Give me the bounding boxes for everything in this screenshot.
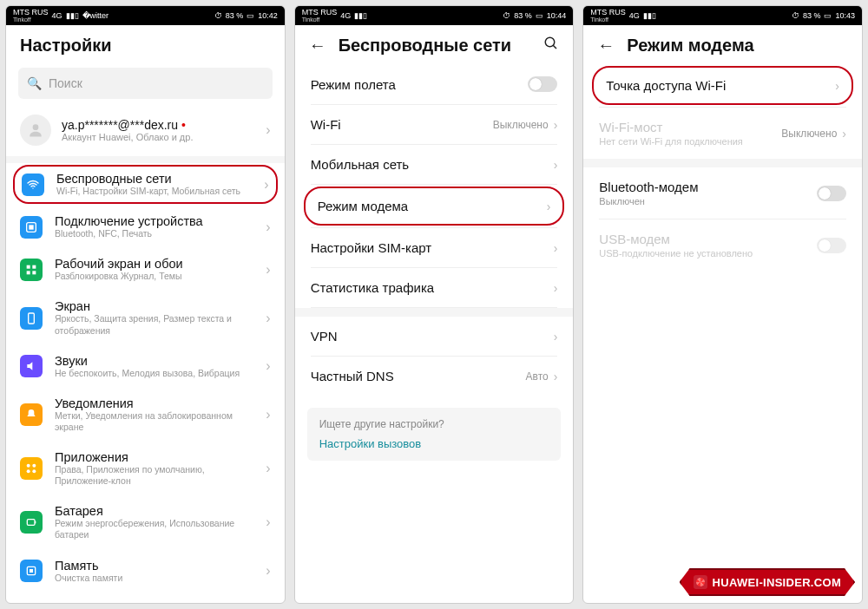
watermark-badge: HUAWEI-INSIDER.COM [680,568,855,596]
wireless-row[interactable]: Wi-FiВыключено› [295,105,574,144]
row-label: Точка доступа Wi-Fi [606,78,726,93]
link-icon [20,216,43,239]
svg-rect-4 [32,265,36,268]
svg-point-0 [33,124,39,130]
tether-row: Wi-Fi-мостНет сети Wi-Fi для подключения… [583,108,862,159]
row-label: Беспроводные сети [56,172,252,186]
wifi-icon [22,174,44,196]
lte-label: 4G [340,11,351,20]
row-sub: Права, Приложения по умолчанию, Приложен… [55,464,253,487]
wireless-row[interactable]: Настройки SIM-карт› [295,228,574,267]
phone-icon [20,307,43,330]
chevron-right-icon: › [266,122,270,138]
wireless-row[interactable]: Статистика трафика› [295,268,574,307]
toggle[interactable] [817,186,846,201]
row-label: VPN [311,329,338,344]
screen-header: Настройки [6,25,285,64]
row-label: Режим полета [311,77,396,92]
clock: 10:42 [258,11,278,20]
toggle[interactable] [528,76,557,92]
page-title: Режим модема [627,36,848,56]
chevron-right-icon: › [266,563,270,579]
clock: 10:43 [835,11,855,20]
row-sub: Яркость, Защита зрения, Размер текста и … [55,313,253,336]
settings-row-grid[interactable]: Рабочий экран и обоиРазблокировка Журнал… [6,248,285,291]
tether-row[interactable]: Точка доступа Wi-Fi› [594,68,852,103]
wifi-icon: �witter [82,11,109,20]
settings-row-link[interactable]: Подключение устройстваBluetooth, NFC, Пе… [6,206,285,248]
chevron-right-icon: › [547,200,551,213]
apps-icon [20,457,43,480]
row-value: Авто [526,370,549,383]
toggle [817,238,846,253]
settings-row-phone[interactable]: ЭкранЯркость, Защита зрения, Размер текс… [6,291,285,344]
chevron-right-icon: › [266,358,270,374]
page-title: Беспроводные сети [339,36,532,56]
settings-row-mem[interactable]: ПамятьОчистка памяти› [6,550,285,593]
row-sub: Режим энергосбережения, Использование ба… [55,518,253,540]
settings-row-wifi[interactable]: Беспроводные сетиWi-Fi, Настройки SIM-ка… [13,165,278,204]
svg-point-8 [27,464,30,468]
tether-row: USB-модемUSB-подключение не установлено [583,219,862,271]
search-input[interactable]: 🔍 Поиск [18,68,273,99]
svg-rect-12 [27,520,35,526]
signal-icon: ▮▮▯ [66,11,79,20]
settings-row-apps[interactable]: ПриложенияПрава, Приложения по умолчанию… [6,442,285,495]
status-bar: MTS RUS Tinkoff 4G ▮▮▯ �witter ⏱ 83 % ▭ … [6,6,285,25]
grid-icon [20,259,43,281]
search-icon[interactable] [543,36,559,56]
battery-pct: 83 % [514,11,532,20]
page-title: Настройки [20,36,271,56]
svg-point-9 [32,464,36,468]
chevron-right-icon: › [264,177,268,193]
svg-point-10 [27,469,30,473]
row-label: Частный DNS [311,369,394,383]
carrier-label: MTS RUS Tinkoff [13,9,49,23]
signal-icon: ▮▮▯ [354,11,367,20]
row-sub: Очистка памяти [55,573,253,584]
lte-label: 4G [629,11,640,20]
wireless-row[interactable]: Мобильная сеть› [295,145,574,184]
screen-header: ← Режим модема [583,25,862,64]
wireless-row[interactable]: Режим модема› [306,188,563,224]
row-label: Память [55,559,253,573]
tether-row[interactable]: Bluetooth-модемВыключен [583,167,862,219]
wireless-row[interactable]: Частный DNSАвто› [295,357,574,396]
account-row[interactable]: ya.p*******@***dex.ru • Аккаунт Huawei, … [6,108,285,156]
chevron-right-icon: › [266,514,270,530]
chevron-right-icon: › [835,79,839,93]
row-label: Уведомления [55,396,253,410]
row-label: Подключение устройства [55,214,253,228]
highlighted-row: Точка доступа Wi-Fi› [592,66,853,105]
highlighted-row: Режим модема› [304,187,565,226]
phone-screen-3: MTS RUSTinkoff 4G ▮▮▯ ⏱ 83 % ▭ 10:43 ← Р… [582,5,863,604]
row-value: Выключено [781,128,837,140]
svg-rect-3 [27,265,30,268]
back-button[interactable]: ← [597,36,615,56]
wireless-row[interactable]: Режим полета [295,64,574,104]
chevron-right-icon: › [554,330,558,344]
block-divider [583,159,862,167]
row-label: Bluetooth-модем [599,180,698,194]
row-sub: Выключен [599,196,698,206]
settings-row-bell[interactable]: УведомленияМетки, Уведомления на заблоки… [6,388,285,442]
battery-pct: 83 % [226,11,244,20]
chevron-right-icon: › [266,407,270,422]
wireless-row[interactable]: VPN› [295,317,574,356]
footer-question: Ищете другие настройки? [319,418,549,430]
mem-icon [20,560,43,582]
row-label: Настройки SIM-карт [311,240,432,255]
svg-rect-6 [32,271,36,274]
phone-screen-1: MTS RUS Tinkoff 4G ▮▮▯ �witter ⏱ 83 % ▭ … [5,5,286,604]
alarm-icon: ⏱ [503,11,510,20]
battery-pct: 83 % [803,11,821,20]
settings-row-sound[interactable]: ЗвукиНе беспокоить, Мелодия вызова, Вибр… [6,345,285,388]
clock: 10:44 [547,11,567,20]
chevron-right-icon: › [266,311,270,326]
call-settings-link[interactable]: Настройки вызовов [319,437,549,450]
svg-rect-15 [30,569,33,573]
svg-point-11 [32,469,36,473]
settings-row-batt[interactable]: БатареяРежим энергосбережения, Использов… [6,495,285,549]
back-button[interactable]: ← [309,36,326,56]
row-sub: Wi-Fi, Настройки SIM-карт, Мобильная сет… [56,186,252,197]
